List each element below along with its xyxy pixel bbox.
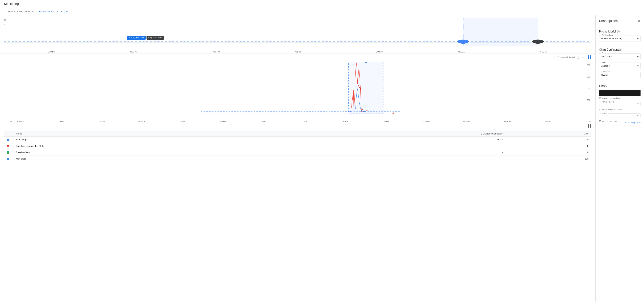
row-avg-1: - xyxy=(285,143,505,149)
time-label-6: 9:00 AM xyxy=(540,51,547,53)
row-color-2 xyxy=(4,149,13,156)
table-row: Baseline + Autoscaled Slots - 0 xyxy=(4,143,591,149)
workloads-dropdown[interactable]: Workloads on Reservations Pricing ▾ xyxy=(599,35,640,42)
bt-11: 12:40 PM xyxy=(463,121,470,123)
pricing-help-icon[interactable]: ? xyxy=(617,30,620,33)
groupby-chevron-icon: ▾ xyxy=(637,73,638,77)
reservations-hint: 10 reservations maximum xyxy=(599,97,640,99)
tooltip-container: Aug 3, 10:43 AM Aug 3, 1:10 PM xyxy=(127,36,164,40)
time-label-2: 9:00 PM xyxy=(212,51,220,53)
workloads-value: Reservations Pricing xyxy=(601,37,622,40)
chart-chevron-icon: ▾ xyxy=(637,55,638,58)
row-color-0 xyxy=(4,137,13,143)
bt-3: 11:20AM xyxy=(138,121,145,123)
projects-hint: 10 projects maximum xyxy=(599,120,617,122)
projects-label: Projects xyxy=(601,112,609,114)
chart-field-label: Chart xyxy=(601,52,607,54)
y-600: 600 xyxy=(587,76,590,78)
svg-point-8 xyxy=(532,40,544,44)
table-row: Slot Usage 10.02 0 xyxy=(4,137,591,143)
bt-7: 12:00 PM xyxy=(300,121,307,123)
workloads-field-label: Workloads on xyxy=(601,34,614,36)
main-chart-svg: ★ 0 xyxy=(10,62,591,114)
time-label-4: 3:00 AM xyxy=(376,51,383,53)
line-chart-icon[interactable]: 〜 xyxy=(582,55,585,59)
row-avg-0: 10.02 xyxy=(285,137,505,143)
bar-chart-icon[interactable]: ▐▐ xyxy=(587,56,591,59)
bt-4: 11:30AM xyxy=(178,121,186,123)
app-header: Monitoring xyxy=(0,0,644,8)
filters-section: Filters 10 reservations maximum Parent F… xyxy=(599,85,640,125)
y-0: 0 xyxy=(587,111,590,113)
th-name[interactable]: Name xyxy=(13,131,285,137)
mini-time-axis: 3:00 PM 6:00 PM 9:00 PM Aug 03 3:00 AM 6… xyxy=(0,50,596,54)
projects-footer: 10 projects maximum Show debug panel xyxy=(599,120,640,125)
y-800: 800 xyxy=(587,64,590,66)
parent-folders-label: Parent Folders xyxy=(601,101,615,103)
row-slots-1: 0 xyxy=(506,143,591,149)
color-indicator-1 xyxy=(7,145,9,147)
projects-dropdown[interactable]: Projects ▾ xyxy=(599,113,640,117)
projects-chevron-icon: ▾ xyxy=(637,114,638,117)
right-panel: Chart options ✕ Pricing Model ? Workload… xyxy=(596,15,644,302)
pricing-model-section: Pricing Model ? Workloads on Reservation… xyxy=(599,30,640,42)
bt-1: 11:00AM xyxy=(57,121,64,123)
bt-10: 12:30 PM xyxy=(422,121,430,123)
red-arrow-icon: ➜ xyxy=(553,55,556,59)
svg-rect-6 xyxy=(463,19,538,46)
timezone-label: UTC-7 xyxy=(10,121,16,123)
metric-dropdown[interactable]: Metric Average ▾ xyxy=(599,63,640,69)
bt-8: 12:10 PM xyxy=(340,121,348,123)
table-body: Slot Usage 10.02 0 Baseline + Autoscaled… xyxy=(4,137,591,162)
groupby-value: Overall xyxy=(601,74,608,76)
mini-chart-svg xyxy=(4,19,591,46)
reservations-input[interactable] xyxy=(599,90,640,96)
app-title: Monitoring xyxy=(4,2,19,6)
tab-resource-utilization[interactable]: RESOURCE UTILIZATION xyxy=(36,8,71,15)
parent-folders-hint: 10 parent folders maximum xyxy=(599,109,640,111)
row-avg-2: - xyxy=(285,149,505,156)
chart-dropdown[interactable]: Chart Slot Usage ▾ xyxy=(599,53,640,60)
row-name-1: Baseline + Autoscaled Slots xyxy=(13,143,285,149)
tab-operational-health[interactable]: OPERATIONAL HEALTH xyxy=(4,8,36,15)
interval-label: 1 minute interval xyxy=(558,56,574,59)
time-label-3: Aug 03 xyxy=(295,51,301,53)
color-indicator-2 xyxy=(7,151,9,154)
mini-chart-y-labels: 50 0 xyxy=(4,19,6,26)
th-avg[interactable]: ↓ Average slot usage xyxy=(285,131,505,137)
panel-header: Chart options ✕ xyxy=(599,19,640,23)
groupby-dropdown[interactable]: Group by Overall ▾ xyxy=(599,72,640,78)
tooltip-end: Aug 3, 1:10 PM xyxy=(146,36,164,40)
interval-help-icon[interactable]: ? xyxy=(577,56,580,59)
table-section: Name ↓ Average slot usage Slots Slot Usa… xyxy=(0,128,596,165)
table-header-row: Name ↓ Average slot usage Slots xyxy=(4,131,591,137)
y-400: 400 xyxy=(587,87,590,90)
bottom-times: 10:50AM 11:00AM 11:10AM 11:20AM 11:30AM … xyxy=(17,121,591,123)
sort-down-icon: ↓ xyxy=(481,132,482,135)
y-label-0: 0 xyxy=(4,24,6,26)
mini-chart-section: 50 0 Aug 3, 10 xyxy=(0,15,596,50)
row-slots-2: 0 xyxy=(506,149,591,156)
main-layout: 50 0 Aug 3, 10 xyxy=(0,15,644,302)
tabs-bar: OPERATIONAL HEALTH RESOURCE UTILIZATION xyxy=(0,8,644,15)
tooltip-start: Aug 3, 10:43 AM xyxy=(127,36,146,40)
interval-bar: ➜ 1 minute interval ? 〜 ▐▐ xyxy=(0,54,596,61)
debug-panel-link[interactable]: Show debug panel xyxy=(625,121,640,124)
bt-2: 11:10AM xyxy=(98,121,105,123)
th-color xyxy=(4,131,13,137)
chart-area: 50 0 Aug 3, 10 xyxy=(0,15,596,302)
main-chart-section: 800 600 400 200 0 xyxy=(0,61,596,120)
close-button[interactable]: ✕ xyxy=(638,19,640,23)
row-avg-3: - xyxy=(285,156,505,162)
color-indicator-0 xyxy=(7,139,9,141)
th-slots[interactable]: Slots xyxy=(506,131,591,137)
bt-0: 10:50AM xyxy=(17,121,24,123)
bt-9: 12:20 PM xyxy=(381,121,389,123)
parent-folders-dropdown[interactable]: Parent Folders ▾ xyxy=(599,102,640,106)
time-label-5: 6:00 AM xyxy=(458,51,465,53)
time-label-1: 6:00 PM xyxy=(130,51,137,53)
column-adjust-icon[interactable]: ▐▐ xyxy=(587,124,591,128)
filters-title: Filters xyxy=(599,85,640,88)
time-label-0: 3:00 PM xyxy=(48,51,55,53)
chart-value: Slot Usage xyxy=(601,55,612,58)
